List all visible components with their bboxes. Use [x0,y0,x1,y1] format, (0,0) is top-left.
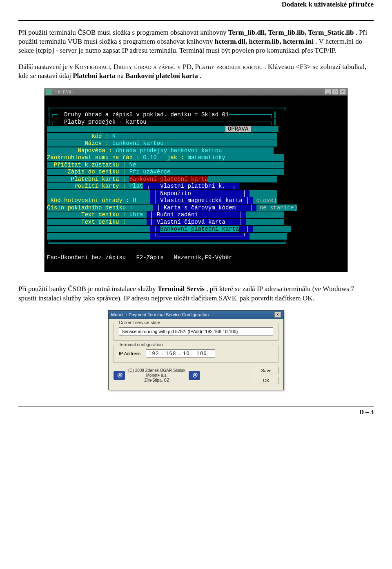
trifidwin-title: TrifidWin [53,89,73,95]
paragraph-1: Při použití terminálu ČSOB musí složka s… [18,28,374,55]
popup-item-1[interactable]: Vlastní magnetická karta [160,197,243,204]
p2-bold2: Bankovní platební karta [125,72,198,80]
lbl-zapis: Zápis do deníku : [47,169,129,175]
lbl-textd2: Text deníku : [47,219,129,225]
trifidwin-window: TrifidWin _ □ × ╔═══════════════════════… [44,88,348,272]
status-line: Esc-Ukončení bez zápisu F2-Zápis Mezerní… [47,254,232,261]
paragraph-2: Dálší nastavení je v Konfiguraci, Druhy … [18,62,374,80]
val-nazev[interactable]: bankovní kartou [112,140,164,147]
paragraph-3: Při použití banky ČSOB je nutná instalac… [18,284,374,302]
monet-logo-icon-2: ⦿ [189,371,200,380]
popup-item-4[interactable]: Vlastní čipová karta [157,219,225,225]
p3-pre: Při použití banky ČSOB je nutná instalac… [18,285,158,293]
p2-smallcaps: Konfiguraci, Druhy úhrad a zápisů v PD, … [75,63,263,71]
copyright-line1: (C) 2008 Zdenek OGAR Skalak [128,368,185,373]
oprava-badge: OPRAVA [225,126,251,132]
footer: D – 3 [18,407,374,416]
p2-pre: Dálší nastavení je v [18,63,75,71]
monet-dialog: Monet + Payment Terminal Service Configu… [108,310,284,390]
p1-bold1: Term_lib.dll, Term_lib.lib, Term_Static.… [228,29,354,36]
legend-terminal-config: Terminal configuration [117,342,165,347]
popup-item-3[interactable]: Ruční zadání [157,211,198,218]
monet-titlebar: Monet + Payment Terminal Service Configu… [109,311,283,319]
lbl-zaokr: Zaokrouhlovat sumu na řád : [47,154,143,161]
service-state-value: Service is running with pid 5752. (IPAdd… [119,327,273,336]
hint-stanice: né stanice) [260,204,297,211]
ip-address-input[interactable]: 192 . 168 . 10 . 100 [146,349,215,358]
lbl-pkarta: Platební karta : [47,176,129,182]
lbl-textd: Text deníku : [47,211,129,218]
popup-item-2[interactable]: Karta s čárovým kódem [164,204,236,211]
val-pricitat[interactable]: Ne [129,162,136,168]
p1-text: Při použití terminálu ČSOB musí složka s… [18,29,228,36]
val-jak[interactable]: matematicky [187,154,225,161]
val-textd[interactable]: úhra [129,211,143,218]
app-icon [46,89,52,95]
maximize-button[interactable]: □ [332,89,339,95]
lbl-jak: jak : [157,154,188,161]
lbl-cislo: Číslo pokladního deníku : [47,204,136,211]
p3-bold: Terminál Servis [158,285,205,293]
lbl-nazev: Název : [47,140,112,147]
val-kodhot[interactable]: H [133,197,136,204]
copyright-line2: Monet+ a.s. [146,373,168,378]
lbl-kodhot: Kód hotovostní úhrady : [47,197,133,204]
dialog-close-button[interactable]: × [274,312,281,318]
val-pouziti[interactable]: Plat [129,183,143,189]
header-rule [18,20,374,21]
lbl-napoveda: Nápověda : [47,147,116,154]
close-button[interactable]: × [339,89,346,95]
ok-button[interactable]: OK [254,377,278,384]
p2-end: . [200,72,201,80]
term-header: Druhy úhrad a zápisů v poklad. deníku = … [57,111,229,118]
val-pkarta[interactable]: Bankovní platební karta [129,176,208,182]
hint-otove: otové) [256,197,277,204]
lbl-pricitat: Přičítat k zůstatku : [47,162,129,168]
popup-item-selected[interactable]: Bankovní platební karta [160,226,239,232]
p2-bold1: Platební karta [73,72,115,80]
save-button[interactable]: Save [254,367,278,374]
p2-mid: na [117,72,125,80]
monet-logo-icon: ⦿ [114,371,125,380]
val-napoveda[interactable]: úhrada prodejky bankovní kartou [116,147,222,154]
popup-title: ── Vlastní platební k.── [150,183,232,189]
minimize-button[interactable]: _ [325,89,331,95]
val-kod[interactable]: K [112,133,116,140]
trifidwin-titlebar: TrifidWin _ □ × [45,88,347,96]
val-zapis[interactable]: Při uzávěrce [129,169,171,175]
legend-service-state: Current service state [117,320,162,325]
lbl-pouziti: Použití karty : [47,183,129,189]
ip-address-label: IP Address: [119,351,142,356]
lbl-kod: Kód : [47,133,112,140]
monet-title-text: Monet + Payment Terminal Service Configu… [111,312,209,317]
val-zaokr[interactable]: 0.10 [143,154,157,161]
fieldset-terminal-config: Terminal configuration IP Address: 192 .… [114,345,278,363]
term-subheader: Platby prodejek - kartou [57,119,146,125]
p1-bold2: hcterm.dll, hcterm.lib, hcterm.ini [215,38,314,45]
copyright-block: ⦿ (C) 2008 Zdenek OGAR Skalak Monet+ a.s… [114,368,200,383]
popup-item-0[interactable]: Nepoužito [160,190,191,197]
terminal-body: ╔═══════════════════════════════════════… [45,96,347,272]
page-header: Dodatek k uživatelské příručce [280,0,374,9]
page-number: D – 3 [359,409,374,416]
copyright-line3: Zlin-Stipa, CZ [144,378,169,382]
fieldset-service-state: Current service state Service is running… [114,323,278,341]
